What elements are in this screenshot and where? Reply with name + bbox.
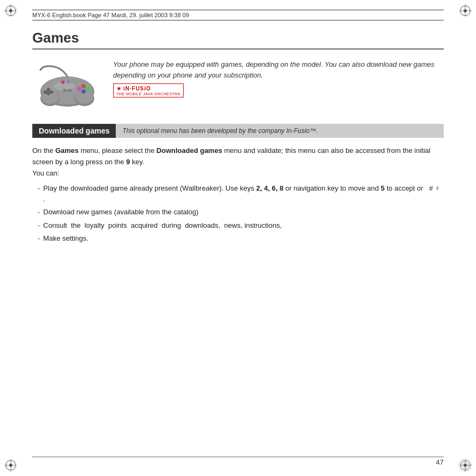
section-header: Downloaded games This optional menu has …	[32, 124, 444, 138]
intro-section: Your phone may be equipped with games, d…	[32, 59, 444, 113]
svg-point-38	[54, 82, 75, 90]
dash-4: -	[38, 233, 40, 244]
svg-point-33	[86, 87, 90, 91]
you-can-text: You can:	[32, 169, 59, 177]
page-number: 47	[436, 458, 444, 466]
bullet-list: - Play the downloaded game already prese…	[38, 183, 444, 244]
key5-bold: 5	[381, 184, 384, 192]
dash-2: -	[38, 207, 40, 218]
dash-3: -	[38, 220, 40, 231]
svg-point-32	[81, 89, 86, 94]
bullet-content-2: Download new games (available from the c…	[43, 207, 444, 218]
intro-text-block: Your phone may be equipped with games, d…	[113, 59, 444, 113]
footer-line	[32, 457, 444, 457]
bullet-item-2: - Download new games (available from the…	[38, 207, 444, 218]
section-header-desc: This optional menu has been developed by…	[116, 124, 324, 137]
corner-mark-br	[450, 450, 472, 472]
corner-mark-tr	[450, 4, 472, 26]
infusio-text: iN·FUSiO	[123, 86, 151, 92]
games-bold: Games	[55, 146, 79, 155]
content-area: Games	[32, 30, 444, 444]
svg-point-30	[77, 87, 81, 91]
intro-text: Your phone may be equipped with games, d…	[113, 59, 444, 80]
bullet-item-4: - Make settings.	[38, 233, 444, 244]
bullet-content-1: Play the downloaded game already present…	[43, 183, 444, 204]
key9-bold: 9	[126, 158, 130, 166]
infusio-icon: ★	[116, 85, 122, 92]
corner-mark-bl	[4, 450, 26, 472]
infusio-logo-inner: ★ iN·FUSiO	[116, 85, 180, 92]
bullet-item-1: - Play the downloaded game already prese…	[38, 183, 444, 204]
svg-point-31	[81, 84, 86, 88]
infusio-logo: ★ iN·FUSiO THE MOBILE JAVA ORCHESTRA	[113, 83, 184, 97]
corner-mark-tl	[4, 4, 26, 26]
page-title: Games	[32, 30, 444, 50]
header-bar: MYX-6 English.book Page 47 Mardi, 29. ju…	[32, 10, 444, 20]
keys-bold: 2, 4, 6, 8	[256, 184, 284, 192]
bullet-item-3: - Consult the loyalty points acquired du…	[38, 220, 444, 231]
bullet-content-3: Consult the loyalty points acquired duri…	[43, 220, 444, 231]
dash-1: -	[38, 183, 40, 204]
section-header-title: Downloaded games	[32, 124, 116, 138]
infusio-subtext: THE MOBILE JAVA ORCHESTRA	[116, 92, 180, 96]
bullet-content-4: Make settings.	[43, 233, 444, 244]
game-image	[32, 59, 102, 113]
downloaded-bold: Downloaded games	[157, 146, 222, 155]
header-ref: MYX-6 English.book Page 47 Mardi, 29. ju…	[32, 12, 189, 18]
body-paragraph: On the Games menu, please select the Dow…	[32, 145, 444, 179]
svg-rect-29	[44, 90, 53, 94]
